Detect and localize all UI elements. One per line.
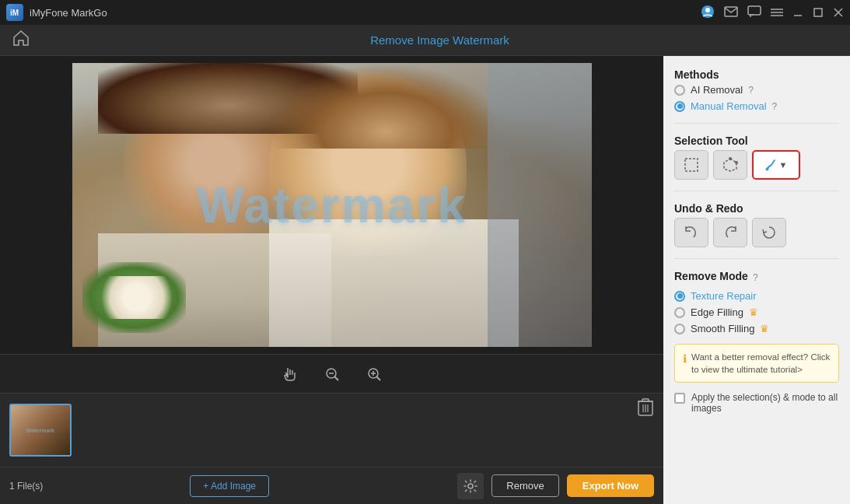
zoom-in-button[interactable] xyxy=(362,362,386,386)
wall-bg xyxy=(488,63,592,347)
undo-redo-title: Undo & Redo xyxy=(674,202,839,215)
smooth-filling-label: Smooth Filling xyxy=(691,323,754,334)
reset-button[interactable] xyxy=(752,218,786,247)
image-controls xyxy=(0,354,663,393)
titlebar-controls xyxy=(701,5,844,21)
ai-removal-label: AI Removal xyxy=(691,84,743,96)
polygon-select-button[interactable] xyxy=(713,150,747,180)
svg-rect-28 xyxy=(685,159,698,171)
export-now-button[interactable]: Export Now xyxy=(567,474,654,497)
divider-3 xyxy=(674,258,839,259)
thumbnail-strip: Watermark xyxy=(0,393,663,467)
svg-marker-29 xyxy=(724,159,736,171)
svg-point-30 xyxy=(729,157,732,160)
apply-checkbox[interactable] xyxy=(674,393,685,404)
undo-button[interactable] xyxy=(674,218,708,247)
redo-button[interactable] xyxy=(713,218,747,247)
thumbnail-item[interactable]: Watermark xyxy=(9,404,72,457)
files-count: 1 File(s) xyxy=(9,481,182,492)
manual-removal-label: Manual Removal xyxy=(691,100,767,112)
manual-removal-help-icon[interactable]: ? xyxy=(772,101,778,112)
thumbnail-watermark: Watermark xyxy=(26,428,54,433)
navbar: Remove Image Watermark xyxy=(0,25,850,56)
selection-tool-buttons: ▼ xyxy=(674,150,839,180)
texture-repair-radio-inner xyxy=(677,293,683,299)
apply-row: Apply the selection(s) & mode to all ima… xyxy=(674,392,839,414)
remove-mode-header: Remove Mode ? xyxy=(674,270,839,285)
info-text: Want a better removal effect? Click to v… xyxy=(691,351,831,376)
title-bar: iM iMyFone MarkGo xyxy=(0,0,850,25)
add-image-button[interactable]: + Add Image xyxy=(190,475,269,497)
app-title: iMyFone MarkGo xyxy=(30,7,107,19)
rectangle-select-button[interactable] xyxy=(674,150,708,180)
selection-tool-title: Selection Tool xyxy=(674,135,839,147)
ai-removal-option[interactable]: AI Removal ? xyxy=(674,84,839,96)
svg-point-27 xyxy=(468,484,473,488)
photo-layer: Watermark xyxy=(72,63,592,347)
home-button[interactable] xyxy=(12,30,30,50)
footer-bar: 1 File(s) + Add Image Remove Export Now xyxy=(0,467,663,504)
settings-button[interactable] xyxy=(457,473,484,499)
remove-mode-help-icon[interactable]: ? xyxy=(753,272,758,283)
svg-line-14 xyxy=(334,376,338,380)
minimize-button[interactable] xyxy=(792,7,803,18)
info-box[interactable]: ℹ Want a better removal effect? Click to… xyxy=(674,344,839,383)
selection-tool-section: Selection Tool xyxy=(674,135,839,180)
main-image: Watermark xyxy=(72,63,592,347)
mail-icon[interactable] xyxy=(724,6,738,19)
user-icon[interactable] xyxy=(701,5,715,21)
svg-rect-3 xyxy=(725,7,737,16)
delete-button[interactable] xyxy=(637,397,654,421)
edge-filling-label: Edge Filling xyxy=(691,306,743,318)
smooth-filling-option[interactable]: Smooth Filling ♛ xyxy=(674,323,839,334)
right-panel: Methods AI Removal ? Manual Removal ? xyxy=(663,56,850,504)
hand-tool-button[interactable] xyxy=(278,362,302,386)
svg-rect-9 xyxy=(814,9,822,16)
main-layout: Watermark xyxy=(0,56,850,504)
texture-repair-radio[interactable] xyxy=(674,291,685,302)
manual-removal-radio-inner xyxy=(677,103,683,109)
edge-filling-crown-icon: ♛ xyxy=(749,306,758,318)
ai-removal-help-icon[interactable]: ? xyxy=(748,85,754,96)
app-logo: iM xyxy=(6,4,23,21)
divider-1 xyxy=(674,123,839,124)
brush-dropdown-arrow[interactable]: ▼ xyxy=(779,160,788,170)
flowers-white xyxy=(98,276,176,319)
apply-label: Apply the selection(s) & mode to all ima… xyxy=(691,392,839,414)
maximize-button[interactable] xyxy=(813,7,824,18)
clothes-right xyxy=(269,219,519,347)
close-button[interactable] xyxy=(833,7,844,18)
page-title: Remove Image Watermark xyxy=(42,33,838,47)
svg-point-2 xyxy=(705,8,710,12)
undo-redo-section: Undo & Redo xyxy=(674,202,839,247)
remove-button[interactable]: Remove xyxy=(491,474,558,497)
smooth-filling-crown-icon: ♛ xyxy=(760,323,769,334)
divider-2 xyxy=(674,191,839,191)
brush-select-button[interactable]: ▼ xyxy=(752,150,800,180)
image-container[interactable]: Watermark xyxy=(0,56,663,354)
manual-removal-option[interactable]: Manual Removal ? xyxy=(674,100,839,112)
methods-radio-group: AI Removal ? Manual Removal ? xyxy=(674,84,839,112)
chat-icon[interactable] xyxy=(747,5,761,20)
svg-rect-4 xyxy=(748,6,761,15)
titlebar-left: iM iMyFone MarkGo xyxy=(6,4,107,21)
ai-removal-radio[interactable] xyxy=(674,85,685,96)
svg-point-31 xyxy=(735,161,738,164)
manual-removal-radio[interactable] xyxy=(674,101,685,112)
texture-repair-option[interactable]: Texture Repair xyxy=(674,290,839,302)
canvas-area: Watermark xyxy=(0,56,663,504)
remove-mode-radio-group: Texture Repair Edge Filling ♛ Smooth Fil… xyxy=(674,290,839,334)
smooth-filling-radio[interactable] xyxy=(674,324,685,334)
texture-repair-label: Texture Repair xyxy=(691,290,757,302)
svg-text:iM: iM xyxy=(10,9,19,17)
remove-mode-section: Remove Mode ? Texture Repair Edge Fillin… xyxy=(674,270,839,334)
hair-fg xyxy=(269,63,503,149)
methods-title: Methods xyxy=(674,68,839,81)
edge-filling-radio[interactable] xyxy=(674,307,685,318)
undo-redo-buttons xyxy=(674,218,839,247)
methods-section: Methods AI Removal ? Manual Removal ? xyxy=(674,68,839,112)
svg-line-18 xyxy=(376,376,380,380)
menu-icon[interactable] xyxy=(771,6,783,19)
edge-filling-option[interactable]: Edge Filling ♛ xyxy=(674,306,839,318)
zoom-out-button[interactable] xyxy=(320,362,344,386)
